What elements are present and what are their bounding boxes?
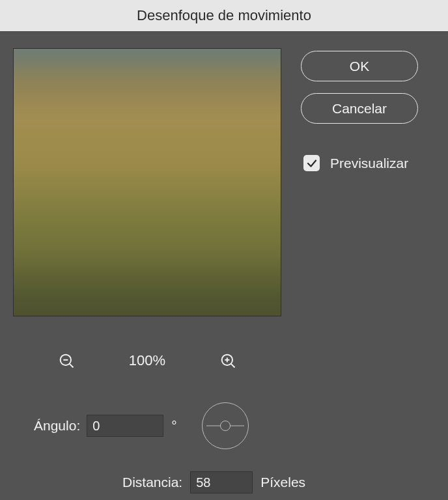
preview-checkbox-row: Previsualizar [303,155,408,171]
ok-button[interactable]: OK [301,51,418,81]
preview-area[interactable] [13,48,281,316]
dialog-title: Desenfoque de movimiento [137,7,311,24]
cancel-button[interactable]: Cancelar [301,93,418,124]
right-pane: OK Cancelar Previsualizar [301,51,438,171]
distance-input[interactable] [190,471,253,493]
svg-line-2 [70,364,74,368]
angle-unit: ° [171,418,176,434]
zoom-level: 100% [121,352,173,369]
zoom-in-icon[interactable] [219,352,237,370]
distance-row: Distancia: Píxeles [122,471,305,493]
angle-label: Ángulo: [34,418,80,434]
zoom-controls: 100% [13,352,281,370]
angle-row: Ángulo: ° [34,402,249,449]
svg-line-6 [231,364,235,368]
preview-checkbox-label: Previsualizar [330,156,408,171]
angle-input[interactable] [87,415,163,437]
angle-dial-icon[interactable] [202,402,249,449]
dialog-content: 100% OK Cancelar Previsualizar Ángulo: ° [0,31,448,500]
preview-checkbox[interactable] [303,155,320,171]
distance-unit: Píxeles [260,475,305,490]
distance-label: Distancia: [122,475,182,490]
zoom-out-icon[interactable] [57,352,76,370]
preview-image [14,49,281,316]
check-icon [306,158,318,169]
dialog-titlebar: Desenfoque de movimiento [0,0,448,31]
